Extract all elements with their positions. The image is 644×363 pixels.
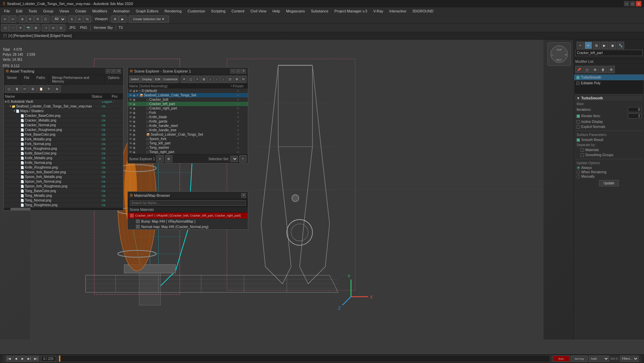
configure-btn[interactable]: ⚙ [607, 66, 615, 73]
angle-snap[interactable]: A [76, 15, 83, 23]
move-btn[interactable]: ✛ [26, 15, 34, 23]
se-icon4[interactable]: ⊞ [201, 76, 207, 83]
se-edit-btn[interactable]: Edit [154, 76, 162, 83]
at-paths-tab[interactable]: Paths [33, 75, 49, 84]
asset-row[interactable]: 📄 Spoon_fork_Normal.png Ok [4, 179, 123, 184]
remove-modifier-btn[interactable]: 🗑 [599, 66, 607, 73]
materials-checkbox[interactable] [581, 148, 584, 152]
tree-arrow[interactable]: ▼ [13, 109, 16, 112]
render-iters-checkbox[interactable] [577, 115, 580, 118]
at-toolbar-btn6[interactable]: ⊕ [53, 85, 61, 93]
eye-icon[interactable]: 👁 [129, 120, 132, 123]
smoothing-groups-checkbox[interactable] [581, 153, 584, 157]
always-radio[interactable] [577, 166, 580, 170]
menu-item-megascans[interactable]: Megascans [283, 8, 308, 14]
utilities-btn[interactable]: 🔧 [617, 42, 624, 49]
play-btn[interactable]: ▶ [19, 356, 25, 362]
asset-row[interactable]: 📄 Tong_Normal.png Ok [4, 198, 123, 203]
menu-item-content[interactable]: Content [229, 8, 247, 14]
scene-row[interactable]: 👁◉ ◻ Knife_handle_steel ❄ [128, 124, 248, 128]
smooth-result-checkbox[interactable] [577, 138, 580, 142]
iterations-input[interactable] [628, 107, 641, 112]
scene-row[interactable]: 👁◉ ◻ Knife_garda ❄ [128, 119, 248, 124]
scene-row[interactable]: 👁◉ ◻ Fork ❄ [128, 110, 248, 115]
eye-icon[interactable]: 👁 [129, 102, 132, 106]
asset-row[interactable]: 📄 Tong_BaseColor.png Ok [4, 189, 123, 193]
scene-row[interactable]: 👁◉ ◻ Cracker_bolt ❄ [128, 97, 248, 102]
create-cameras[interactable]: 📷 [24, 24, 32, 32]
mat-browser-header[interactable]: ⊞ Material/Map Browser ✕ [128, 192, 248, 199]
asset-row[interactable]: 📄 Spoon_fork_BaseColor.png Ok [4, 170, 123, 175]
at-server-tab[interactable]: Server [4, 75, 20, 84]
material-row[interactable]: Cracker_MAT ( VRayMtl ) [Cracker_bolt, C… [128, 213, 248, 219]
eye-icon[interactable]: 👁 [129, 116, 132, 119]
eye-icon[interactable]: 👁 [129, 129, 132, 132]
create-shapes[interactable]: ⋯ [9, 24, 16, 32]
at-toolbar-btn1[interactable]: ◻ [5, 85, 12, 93]
material-child-row[interactable]: Normal map: Map #45 (Cracker_Normal.png) [128, 224, 248, 229]
anim-mode-dropdown[interactable]: Auto [589, 356, 609, 362]
timeline-bar[interactable] [59, 355, 550, 362]
eye-icon[interactable]: 👁 [129, 146, 132, 149]
pin-stack-btn[interactable]: 📌 [575, 66, 583, 73]
visibility-icon[interactable]: ◉ [133, 102, 136, 106]
at-minimize-btn[interactable]: ─ [106, 69, 110, 74]
eye-icon[interactable]: 👁 [129, 107, 132, 110]
visibility-icon[interactable]: ◉ [133, 129, 136, 132]
menu-item-edit[interactable]: Edit [13, 8, 25, 14]
at-maximize-btn[interactable]: □ [111, 69, 116, 74]
menu-item-substance[interactable]: Substance [308, 8, 331, 14]
explicit-checkbox[interactable] [577, 125, 580, 129]
isoline-checkbox[interactable] [577, 120, 580, 124]
render-setup[interactable]: ⚙ [111, 15, 119, 23]
asset-row[interactable]: 📄 Cracker_BaseColor.png Ok [4, 114, 123, 118]
visibility-icon[interactable]: ◉ [133, 98, 136, 101]
manually-radio[interactable] [577, 175, 580, 178]
nav-cube[interactable]: TOP R L BOT [547, 42, 571, 66]
scene-arrow[interactable]: ▼ [136, 94, 139, 97]
se-customize-btn[interactable]: Customize [162, 76, 179, 83]
maximize-button[interactable]: □ [630, 1, 635, 6]
editable-poly-item[interactable]: Editable Poly [574, 80, 644, 86]
asset-row[interactable]: 📄 Knife_Normal.png Ok [4, 161, 123, 165]
visibility-icon[interactable]: ◉ [133, 137, 136, 141]
menu-item-file[interactable]: File [1, 8, 13, 14]
render-btn[interactable]: ▶ [119, 15, 126, 23]
se-list-btn[interactable]: ≡ [156, 155, 164, 163]
editable-poly-checkbox[interactable] [576, 82, 580, 85]
scene-row[interactable]: 👁◉ ◻ Knife_blade ❄ [128, 115, 248, 119]
eye-icon[interactable]: 👁 [129, 133, 132, 136]
scene-row[interactable]: 👁◉ ◻ Cracker_left_part ❄ [128, 102, 248, 106]
create-lights[interactable]: ☀ [17, 24, 24, 32]
se-display-btn[interactable]: Display [141, 76, 153, 83]
visibility-icon[interactable]: ◉ [133, 111, 136, 115]
percent-snap[interactable]: % [84, 15, 91, 23]
menu-item-customize[interactable]: Customize [185, 8, 208, 14]
asset-row[interactable]: 📄 Spoon_fork_Roughness.png Ok [4, 184, 123, 189]
scene-row[interactable]: 👁◉ ▶ ◻ 0 (default) ❄ [128, 89, 248, 93]
se-grid-btn[interactable]: ⊞ [165, 155, 172, 163]
scene-explorer-header[interactable]: ⊞ Scene Explorer - Scene Explorer 1 ─ □ … [128, 67, 248, 75]
menu-item-group[interactable]: Group [40, 8, 56, 14]
menu-item-rendering[interactable]: Rendering [162, 8, 184, 14]
menu-item-animation[interactable]: Animation [111, 8, 132, 14]
asset-row[interactable]: 📄 Fork_Normal.png Ok [4, 142, 123, 146]
go-end-btn[interactable]: ▶| [33, 356, 39, 362]
eye-icon[interactable]: 👁 [129, 111, 132, 115]
visibility-icon[interactable]: ◉ [133, 120, 136, 123]
menu-item-modifiers[interactable]: Modifiers [90, 8, 110, 14]
set-key-btn[interactable]: Set Key [571, 356, 588, 362]
mirror-btn[interactable]: ⇔ [50, 24, 57, 32]
menu-item-interactive[interactable]: Interactive [387, 8, 409, 14]
eye-icon[interactable]: 👁 [129, 150, 132, 154]
create-helpers[interactable]: ⊞ [32, 24, 40, 32]
asset-tracking-header[interactable]: ⊞ Asset Tracking ─ □ ✕ [4, 67, 123, 75]
object-name-field[interactable] [575, 50, 643, 56]
eye-icon[interactable]: 👁 [129, 137, 132, 141]
visibility-icon[interactable]: ◉ [133, 89, 136, 93]
asset-row[interactable]: 📄 Spoon_fork_Metallic.png Ok [4, 175, 123, 179]
motion-btn[interactable]: ▶ [601, 42, 608, 49]
undo-button[interactable]: ↩ [1, 15, 9, 23]
rotate-btn[interactable]: ↻ [34, 15, 42, 23]
se-icon9[interactable]: ⚙ [234, 76, 240, 83]
